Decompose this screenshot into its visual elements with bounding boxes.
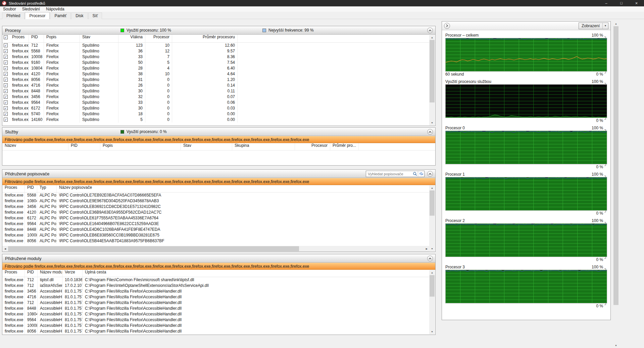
scroll-up-icon[interactable]: ▲ bbox=[613, 21, 619, 26]
views-dropdown-button[interactable]: Zobrazení ▼ bbox=[579, 23, 608, 29]
table-row[interactable]: firefox.exe10804AccessibleHan...81.0.1.7… bbox=[2, 311, 435, 317]
table-row[interactable]: ✓firefox.exe4120FirefoxSpuštěno38104.64 bbox=[2, 71, 435, 77]
column-header-pid[interactable]: PID bbox=[68, 143, 100, 150]
table-row[interactable]: firefox.exe4120ALPC Port\RPC Control\OLE… bbox=[2, 210, 435, 215]
table-row[interactable]: ✓firefox.exe8056FirefoxSpuštěno3101.20 bbox=[2, 77, 435, 83]
scrollbar-thumb[interactable] bbox=[430, 275, 435, 297]
table-row[interactable]: ✓firefox.exe10804FirefoxSpuštěno2846.40 bbox=[2, 66, 435, 71]
table-row[interactable]: ✓firefox.exe14160FirefoxSpuštěno500.00 bbox=[2, 117, 435, 123]
row-checkbox[interactable]: ✓ bbox=[2, 88, 10, 94]
table-row[interactable]: ✓firefox.exe10008FirefoxSpuštěno3378.36 bbox=[2, 54, 435, 60]
column-header-nazev[interactable]: Název bbox=[2, 143, 68, 150]
row-checkbox[interactable]: ✓ bbox=[2, 71, 10, 77]
column-header-prumer[interactable]: Průměr procesoru bbox=[172, 35, 238, 42]
table-row[interactable]: firefox.exe10804ALPC Port\RPC Control\OL… bbox=[2, 198, 435, 204]
table-row[interactable]: firefox.exe5568ALPC Port\RPC Control\OLE… bbox=[2, 192, 435, 198]
table-row[interactable]: firefox.exe4716AccessibleHan...81.0.1.75… bbox=[2, 294, 435, 300]
scrollbar-thumb[interactable] bbox=[8, 246, 299, 251]
table-row[interactable]: firefox.exe6172ALPC Port\RPC Control\OLE… bbox=[2, 215, 435, 221]
table-row[interactable]: firefox.exe3456ALPC Port\RPC Control\OLE… bbox=[2, 204, 435, 210]
menu-napoveda[interactable]: Nápověda bbox=[43, 7, 67, 11]
column-header-proces[interactable]: ˆProces bbox=[10, 35, 29, 42]
scrollbar-thumb[interactable] bbox=[613, 26, 618, 305]
scroll-left-icon[interactable]: ◀ bbox=[2, 246, 8, 252]
scroll-down-icon[interactable]: ▼ bbox=[429, 120, 435, 125]
row-checkbox[interactable]: ✓ bbox=[2, 77, 10, 83]
table-row[interactable]: firefox.exe8056AccessibleHan...81.0.1.75… bbox=[2, 329, 435, 334]
table-row[interactable]: firefox.exe10008ALPC Port\RPC Control\OL… bbox=[2, 232, 435, 238]
column-header-procesor[interactable]: Procesor bbox=[145, 35, 172, 42]
column-header-stav[interactable]: ˆStav bbox=[181, 143, 232, 150]
table-row[interactable]: firefox.exe9564ALPC Port\RPC Control\OLE… bbox=[2, 221, 435, 227]
scrollbar-thumb[interactable] bbox=[430, 40, 435, 102]
table-row[interactable]: ✓firefox.exe3456FirefoxSpuštěno3200.07 bbox=[2, 94, 435, 100]
table-row[interactable]: ✓firefox.exe6172FirefoxSpuštěno3000.03 bbox=[2, 105, 435, 111]
column-header-proces[interactable]: ˆProces bbox=[2, 185, 25, 192]
column-header-popis[interactable]: Popis bbox=[100, 143, 181, 150]
panel-scrollbar[interactable]: ▲ ▼ bbox=[613, 21, 619, 348]
minimize-button[interactable]: – bbox=[599, 0, 614, 6]
tab-prehled[interactable]: Přehled bbox=[2, 12, 24, 19]
table-row[interactable]: firefox.exe712AccessibleHan...81.0.1.757… bbox=[2, 300, 435, 306]
table-row[interactable]: firefox.exe8448AccessibleHan...81.0.1.75… bbox=[2, 306, 435, 311]
tab-pamet[interactable]: Paměť bbox=[50, 12, 71, 19]
table-row[interactable]: ✓firefox.exe4716FirefoxSpuštěno2600.14 bbox=[2, 83, 435, 88]
column-header-nazev-popisovace[interactable]: Název popisovače bbox=[57, 185, 435, 192]
row-checkbox[interactable]: ✓ bbox=[2, 54, 10, 60]
table-row[interactable]: firefox.exe3456AccessibleHan...81.0.1.75… bbox=[2, 289, 435, 294]
collapse-section-button[interactable] bbox=[427, 28, 433, 33]
processes-scrollbar[interactable]: ▲ ▼ bbox=[429, 35, 435, 125]
column-header-prumer[interactable]: Průměr pro... bbox=[330, 143, 359, 150]
menu-soubor[interactable]: Soubor bbox=[0, 7, 19, 11]
row-checkbox[interactable]: ✓ bbox=[2, 66, 10, 71]
table-row[interactable]: ✓firefox.exe9160FirefoxSpuštěno5057.54 bbox=[2, 60, 435, 66]
row-checkbox[interactable]: ✓ bbox=[2, 43, 10, 48]
collapse-panel-button[interactable] bbox=[444, 23, 450, 29]
table-row[interactable]: firefox.exe8448ALPC Port\RPC Control\OLE… bbox=[2, 227, 435, 232]
table-row[interactable]: ✓firefox.exe8448FirefoxSpuštěno3000.11 bbox=[2, 88, 435, 94]
column-header-nazev-modulu[interactable]: Název modulu bbox=[38, 270, 62, 277]
column-header-uplna-cesta[interactable]: Úplná cesta bbox=[83, 270, 435, 277]
modules-scrollbar[interactable]: ▲ ▼ bbox=[429, 270, 435, 334]
scroll-down-icon[interactable]: ▼ bbox=[613, 343, 619, 348]
collapse-section-button[interactable] bbox=[427, 129, 433, 135]
column-header-popis[interactable]: Popis bbox=[44, 35, 80, 42]
row-checkbox[interactable]: ✓ bbox=[2, 94, 10, 100]
row-checkbox[interactable]: ✓ bbox=[2, 111, 10, 117]
table-row[interactable]: firefox.exe712tiptsf.dll10.0.18362....C:… bbox=[2, 277, 435, 283]
tab-sit[interactable]: Síť bbox=[88, 12, 102, 19]
scroll-up-icon[interactable]: ▲ bbox=[429, 270, 435, 275]
column-header-vlakna[interactable]: Vlákna bbox=[118, 35, 145, 42]
table-row[interactable]: firefox.exe712iaStorAfsServic...17.0.2.1… bbox=[2, 283, 435, 289]
search-input[interactable] bbox=[366, 172, 412, 176]
refresh-icon[interactable] bbox=[418, 172, 424, 176]
table-row[interactable]: ✓firefox.exe5568FirefoxSpuštěno36129.57 bbox=[2, 48, 435, 54]
table-row[interactable]: firefox.exe9564AccessibleHan...81.0.1.75… bbox=[2, 317, 435, 323]
row-checkbox[interactable]: ✓ bbox=[2, 60, 10, 66]
table-row[interactable]: ✓firefox.exe5740FirefoxSpuštěno1800.00 bbox=[2, 111, 435, 117]
column-header-pid[interactable]: PID bbox=[29, 35, 44, 42]
select-all-checkbox[interactable]: ✓ bbox=[4, 35, 8, 39]
column-header-stav[interactable]: Stav bbox=[80, 35, 118, 42]
table-row[interactable]: ✓firefox.exe9564FirefoxSpuštěno3300.06 bbox=[2, 100, 435, 105]
scroll-down-icon[interactable]: ▼ bbox=[429, 246, 435, 251]
maximize-button[interactable]: □ bbox=[614, 0, 629, 6]
handles-scrollbar[interactable]: ▲ ▼ bbox=[429, 185, 435, 251]
collapse-section-button[interactable] bbox=[427, 171, 433, 177]
row-checkbox[interactable]: ✓ bbox=[2, 83, 10, 88]
column-header-procesor[interactable]: Procesor bbox=[295, 143, 330, 150]
close-button[interactable]: × bbox=[629, 0, 644, 6]
tab-disk[interactable]: Disk bbox=[71, 12, 88, 19]
column-header-verze[interactable]: Verze bbox=[62, 270, 83, 277]
handles-horizontal-scrollbar[interactable]: ◀ ▶ bbox=[2, 246, 430, 252]
collapse-section-button[interactable] bbox=[427, 256, 433, 261]
column-header-skupina[interactable]: Skupina bbox=[232, 143, 295, 150]
column-header-proces[interactable]: ˆProces bbox=[2, 270, 25, 277]
menu-sledovani[interactable]: Sledování bbox=[19, 7, 43, 11]
table-row[interactable]: firefox.exe10008AccessibleHan...81.0.1.7… bbox=[2, 323, 435, 329]
row-checkbox[interactable]: ✓ bbox=[2, 105, 10, 111]
scroll-up-icon[interactable]: ▲ bbox=[429, 35, 435, 40]
column-header-typ[interactable]: Typ bbox=[37, 185, 57, 192]
row-checkbox[interactable]: ✓ bbox=[2, 48, 10, 54]
column-header-pid[interactable]: PID bbox=[25, 185, 37, 192]
